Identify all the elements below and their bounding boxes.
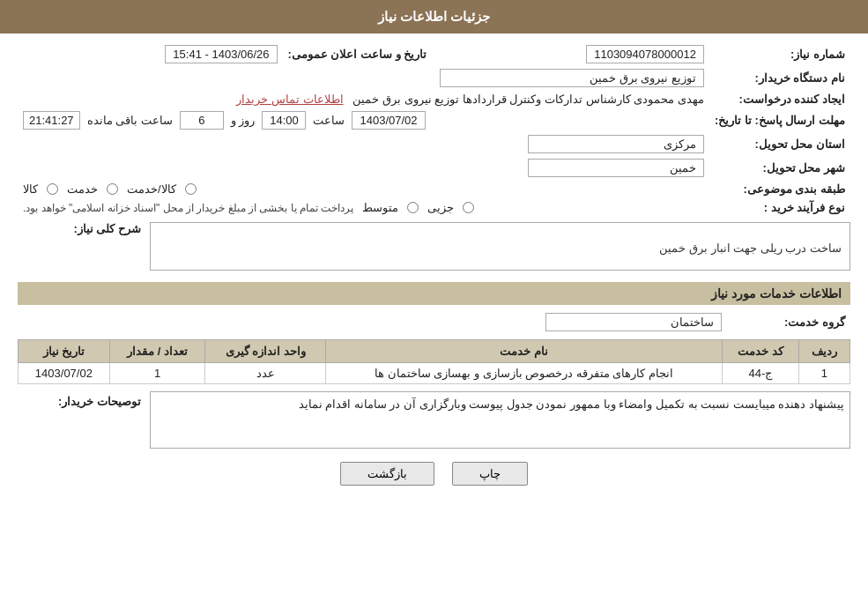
info-table: شماره نیاز: 1103094078000012 تاریخ و ساع… [18, 42, 850, 217]
shomare-niaz-label: شماره نیاز: [709, 42, 850, 66]
grouh-box: ساختمان [545, 313, 722, 331]
tabaqe-kalaKhadamat-label: کالا/خدمت [127, 182, 176, 196]
farayand-jozii-radio[interactable] [463, 202, 474, 213]
buyer-note-text: پیشنهاد دهنده میبایست نسبت به تکمیل وامض… [299, 397, 844, 411]
mohlat-remain-label: ساعت باقی مانده [87, 114, 173, 127]
ostan-label: استان محل تحویل: [709, 132, 850, 156]
col-name: نام خدمت [326, 340, 723, 363]
row-tarikh: 1403/07/02 [19, 363, 110, 384]
main-content: شماره نیاز: 1103094078000012 تاریخ و ساع… [0, 33, 868, 503]
row-radif: 1 [798, 363, 849, 384]
ijad-label: ایجاد کننده درخواست: [709, 90, 850, 108]
row-ostan: استان محل تحویل: مرکزی [18, 132, 850, 156]
mohlat-date-box: 1403/07/02 [352, 111, 425, 130]
sharh-koli-textarea[interactable] [150, 222, 850, 271]
col-tarikh: تاریخ نیاز [19, 340, 110, 363]
grouh-khadamat-table: گروه خدمت: ساختمان [18, 310, 850, 334]
table-row: 1 ج-44 انجام کارهای متفرقه درخصوص بازساز… [19, 363, 850, 384]
mohlat-label: مهلت ارسال پاسخ: تا تاریخ: [709, 108, 850, 132]
col-radif: ردیف [798, 340, 849, 363]
mohlat-value: 21:41:27 ساعت باقی مانده 6 روز و 14:00 س… [18, 108, 709, 132]
takh-box: 1403/06/26 - 15:41 [165, 45, 277, 63]
page-header: جزئیات اطلاعات نیاز [0, 0, 868, 33]
farayand-motovaset-radio[interactable] [407, 202, 419, 213]
mohlat-rooz-box: 6 [180, 111, 224, 130]
tabaqe-khadamat-radio[interactable] [107, 183, 118, 195]
mohlat-remain-box: 21:41:27 [23, 111, 80, 130]
timer-row: 21:41:27 ساعت باقی مانده 6 روز و 14:00 س… [23, 111, 704, 130]
col-tedad: تعداد / مقدار [109, 340, 205, 363]
sharh-koli-row: شرح کلی نیاز: ساخت درب ریلی جهت انبار بر… [18, 222, 850, 273]
ostan-value: مرکزی [18, 132, 709, 156]
services-table-body: 1 ج-44 انجام کارهای متفرقه درخصوص بازساز… [19, 363, 850, 384]
row-no-farayand: نوع فرآیند خرید : پرداخت تمام یا بخشی از… [18, 198, 850, 217]
farayand-jozii-label: جزیی [427, 201, 454, 214]
tabaqe-value: کالا خدمت کالا/خدمت [18, 180, 709, 198]
no-farayand-label: نوع فرآیند خرید : [709, 198, 850, 217]
buyer-note-label: توصیحات خریدار: [18, 395, 141, 408]
grouh-label: گروه خدمت: [727, 310, 850, 334]
sharh-koli-label: شرح کلی نیاز: [18, 222, 141, 235]
buyer-note-container: پیشنهاد دهنده میبایست نسبت به تکمیل وامض… [150, 391, 850, 449]
row-mohlat: مهلت ارسال پاسخ: تا تاریخ: 21:41:27 ساعت… [18, 108, 850, 132]
khadamat-section-title: اطلاعات خدمات مورد نیاز [18, 282, 850, 305]
shomare-niaz-box: 1103094078000012 [586, 45, 704, 63]
nam-dastgah-box: توزیع نیروی برق خمین [440, 69, 704, 87]
col-vahed: واحد اندازه گیری [205, 340, 326, 363]
tabaqe-radio-group: کالا خدمت کالا/خدمت [23, 182, 704, 196]
row-kod: ج-44 [723, 363, 799, 384]
footer-buttons: چاپ بازگشت [18, 462, 850, 486]
shahr-value: خمین [18, 156, 709, 180]
ijad-value: مهدی محمودی کارشناس تداركات وکنترل قرارد… [18, 90, 709, 108]
col-kod: کد خدمت [723, 340, 799, 363]
grouh-row: گروه خدمت: ساختمان [18, 310, 850, 334]
row-tabaqe: طبقه بندی موضوعی: کالا خدمت کالا/خدمت [18, 180, 850, 198]
ijad-link[interactable]: اطلاعات تماس خریدار [236, 93, 343, 106]
row-tedad: 1 [109, 363, 205, 384]
ostan-box: مرکزی [528, 135, 704, 153]
row-name: انجام کارهای متفرقه درخصوص بازسازی و بهس… [326, 363, 723, 384]
services-table-head: ردیف کد خدمت نام خدمت واحد اندازه گیری ت… [19, 340, 850, 363]
row-shomare-niaz: شماره نیاز: 1103094078000012 تاریخ و ساع… [18, 42, 850, 66]
row-shahr: شهر محل تحویل: خمین [18, 156, 850, 180]
page-wrapper: جزئیات اطلاعات نیاز شماره نیاز: 11030940… [0, 0, 868, 609]
tabaqe-label: طبقه بندی موضوعی: [709, 180, 850, 198]
page-title: جزئیات اطلاعات نیاز [378, 9, 490, 24]
print-button[interactable]: چاپ [452, 462, 528, 486]
tabaqe-kalaKhadamat-radio[interactable] [185, 183, 197, 195]
row-ijad-konande: ایجاد کننده درخواست: مهدی محمودی کارشناس… [18, 90, 850, 108]
tabaqe-khadamat-label: خدمت [67, 182, 98, 196]
farayand-desc: پرداخت تمام یا بخشی از مبلغ خریدار از مح… [23, 202, 353, 214]
shahr-label: شهر محل تحویل: [709, 156, 850, 180]
ijad-text: مهدی محمودی کارشناس تداركات وکنترل قرارد… [352, 93, 704, 106]
farayand-motovaset-label: متوسط [362, 201, 398, 214]
sharh-koli-container: ساخت درب ریلی جهت انبار برق خمین [150, 222, 850, 273]
sharh-koli-box-wrapper: ساخت درب ریلی جهت انبار برق خمین [150, 222, 850, 273]
takh-value: 1403/06/26 - 15:41 [18, 42, 283, 66]
tabaqe-kala-radio[interactable] [47, 183, 58, 195]
grouh-value: ساختمان [18, 310, 727, 334]
services-header-row: ردیف کد خدمت نام خدمت واحد اندازه گیری ت… [19, 340, 850, 363]
nam-dastgah-label: نام دستگاه خریدار: [709, 66, 850, 90]
row-nam-dastgah: نام دستگاه خریدار: توزیع نیروی برق خمین [18, 66, 850, 90]
no-farayand-value: پرداخت تمام یا بخشی از مبلغ خریدار از مح… [18, 198, 709, 217]
shomare-niaz-value: 1103094078000012 [432, 42, 709, 66]
mohlat-saat-label: ساعت [313, 114, 345, 127]
mohlat-saat-box: 14:00 [262, 111, 306, 130]
takh-label: تاریخ و ساعت اعلان عمومی: [283, 42, 433, 66]
nam-dastgah-value: توزیع نیروی برق خمین [18, 66, 709, 90]
farayand-row: پرداخت تمام یا بخشی از مبلغ خریدار از مح… [23, 201, 704, 214]
mohlat-rooz-label: روز و [231, 114, 256, 127]
tabaqe-kala-label: کالا [23, 182, 38, 196]
shahr-box: خمین [528, 159, 704, 177]
buyer-note-row: توصیحات خریدار: پیشنهاد دهنده میبایست نس… [18, 391, 850, 449]
services-table: ردیف کد خدمت نام خدمت واحد اندازه گیری ت… [18, 339, 850, 384]
buyer-note-box: پیشنهاد دهنده میبایست نسبت به تکمیل وامض… [150, 391, 850, 449]
back-button[interactable]: بازگشت [340, 462, 434, 486]
row-vahed: عدد [205, 363, 326, 384]
